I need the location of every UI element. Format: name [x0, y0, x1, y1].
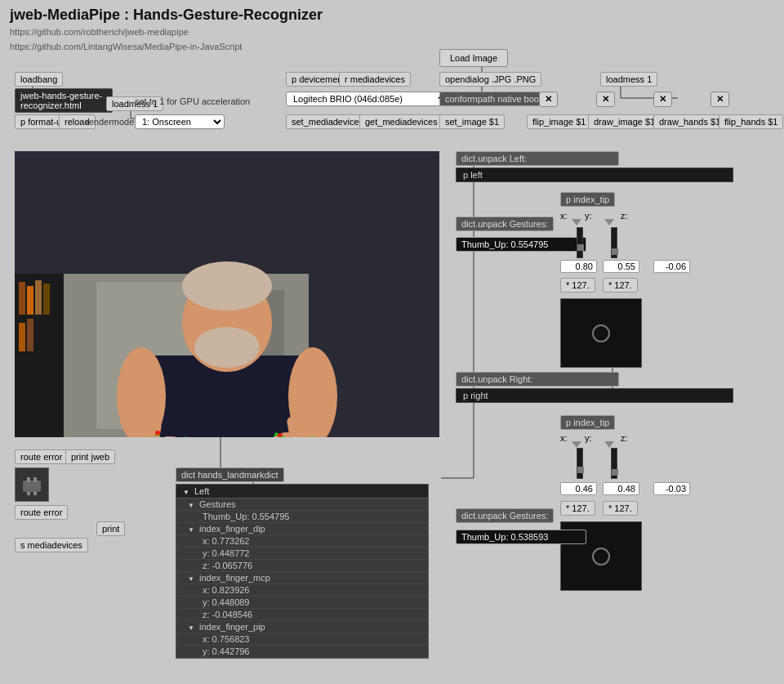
svg-rect-20	[43, 284, 50, 315]
output-node-left	[560, 298, 642, 368]
p-left[interactable]: p left	[456, 168, 733, 182]
mult-127-right-1[interactable]: * 127.	[560, 501, 595, 516]
dict-data-panel: Left Gestures Thumb_Up: 0.554795 index_f…	[176, 484, 429, 659]
mult-127-left-1[interactable]: * 127.	[560, 278, 595, 293]
s-mediadevices[interactable]: s mediadevices	[15, 538, 88, 552]
x-773-row: x: 0.773262	[176, 535, 428, 548]
thumb-up-left[interactable]: Thumb_Up: 0.554795	[456, 237, 586, 252]
print-node[interactable]: print	[96, 521, 125, 536]
y-448-2-row: y: 0.448089	[176, 597, 428, 609]
draw-image[interactable]: draw_image $1	[588, 114, 661, 129]
svg-rect-21	[19, 323, 25, 351]
y-label-right: y:	[585, 433, 592, 443]
x-823-row: x: 0.823926	[176, 584, 428, 597]
plugin-icon	[15, 467, 49, 502]
flip-hands[interactable]: flip_hands $1	[719, 114, 783, 129]
close-btn-3[interactable]: ✕	[653, 92, 672, 107]
svg-rect-64	[23, 481, 41, 492]
print-jweb[interactable]: print jweb	[65, 449, 115, 464]
dict-unpack-right[interactable]: dict.unpack Right:	[456, 372, 619, 387]
svg-point-31	[194, 327, 260, 368]
dict-unpack-left[interactable]: dict.unpack Left:	[456, 151, 619, 166]
svg-rect-67	[27, 492, 30, 495]
thumb-up-right[interactable]: Thumb_Up: 0.538593	[456, 530, 586, 544]
p-index-tip-right[interactable]: p index_tip	[560, 415, 615, 430]
y-label-left: y:	[585, 211, 592, 221]
svg-rect-17	[19, 282, 25, 315]
slider-x-left[interactable]	[577, 227, 583, 258]
z-065-row: z: -0.065776	[176, 560, 428, 572]
svg-rect-66	[33, 477, 37, 482]
rendermode-dropdown[interactable]: 1: Onscreen	[135, 114, 225, 129]
z-label-left: z:	[621, 211, 628, 221]
y-448-row: y: 0.448772	[176, 548, 428, 560]
svg-point-30	[182, 262, 272, 311]
index-dip-row: index_finger_dip	[176, 523, 428, 535]
gpu-text: set to 1 for GPU acceleration	[135, 96, 250, 106]
device-dropdown[interactable]: Logitech BRIO (046d:085e)	[286, 92, 449, 106]
r-mediadevices[interactable]: r mediadevices	[339, 72, 411, 87]
index-mcp-row: index_finger_mcp	[176, 572, 428, 584]
thumb-up-row: Thumb_Up: 0.554795	[176, 511, 428, 523]
dict-unpack-gestures-right[interactable]: dict.unpack Gestures:	[456, 508, 554, 523]
x-label-left: x:	[560, 211, 568, 221]
close-btn-2[interactable]: ✕	[596, 92, 615, 107]
conformpath-node[interactable]: conformpath native boot	[439, 92, 547, 106]
z-label-right: z:	[621, 433, 628, 443]
slider-y-right[interactable]	[611, 448, 617, 479]
set-image[interactable]: set_image $1	[439, 114, 505, 129]
rendermode-label: rendermode	[86, 117, 134, 127]
svg-rect-65	[27, 477, 30, 482]
loadbang-node[interactable]: loadbang	[15, 72, 63, 87]
index-pip-row: index_finger_pip	[176, 621, 428, 633]
x-label-right: x:	[560, 433, 568, 443]
loadmess-right-node[interactable]: loadmess 1	[600, 72, 657, 87]
y-value-left[interactable]: 0.55	[603, 260, 639, 273]
x-value-right[interactable]: 0.46	[560, 482, 597, 495]
dict-hands-landmarkdict[interactable]: dict hands_landmarkdict	[176, 467, 284, 482]
y-442-row: y: 0.442796	[176, 646, 428, 658]
x-value-left[interactable]: 0.80	[560, 260, 597, 273]
close-btn-1[interactable]: ✕	[539, 92, 558, 107]
route-error[interactable]: route error	[15, 449, 68, 464]
get-mediadevices[interactable]: get_mediadevices	[359, 114, 443, 129]
dict-unpack-gestures-left[interactable]: dict.unpack Gestures:	[456, 217, 554, 231]
z-value-left[interactable]: -0.06	[653, 260, 690, 273]
jweb-node[interactable]: jweb-hands-gesture-recognizer.html	[15, 88, 113, 113]
close-btn-4[interactable]: ✕	[710, 92, 729, 107]
svg-rect-18	[27, 286, 33, 315]
z-048-row: z: -0.048546	[176, 609, 428, 621]
mult-127-right-2[interactable]: * 127.	[603, 501, 638, 516]
app-links: https://github.com/robtherich/jweb-media…	[0, 25, 784, 59]
mult-127-left-2[interactable]: * 127.	[603, 278, 638, 293]
app-title: jweb-MediaPipe : Hands-Gesture-Recognize…	[0, 0, 784, 25]
slider-x-right[interactable]	[577, 448, 583, 479]
gestures-row: Gestures	[176, 498, 428, 511]
load-image-button[interactable]: Load Image	[439, 49, 508, 67]
opendialog-node[interactable]: opendialog .JPG .PNG	[439, 72, 541, 87]
svg-rect-68	[33, 492, 37, 495]
y-value-right[interactable]: 0.48	[603, 482, 639, 495]
svg-rect-22	[27, 319, 33, 351]
draw-hands[interactable]: draw_hands $1	[653, 114, 726, 129]
video-area: HS	[15, 151, 439, 437]
p-right[interactable]: p right	[456, 388, 733, 403]
dict-header-left: Left	[176, 485, 428, 498]
svg-rect-19	[35, 280, 42, 315]
x-756-row: x: 0.756823	[176, 633, 428, 646]
flip-image[interactable]: flip_image $1	[527, 114, 591, 129]
route-update-mediadevices[interactable]: route error	[15, 505, 68, 520]
z-value-right[interactable]: -0.03	[653, 482, 690, 495]
p-index-tip-left[interactable]: p index_tip	[560, 192, 615, 207]
slider-y-left[interactable]	[611, 227, 617, 258]
